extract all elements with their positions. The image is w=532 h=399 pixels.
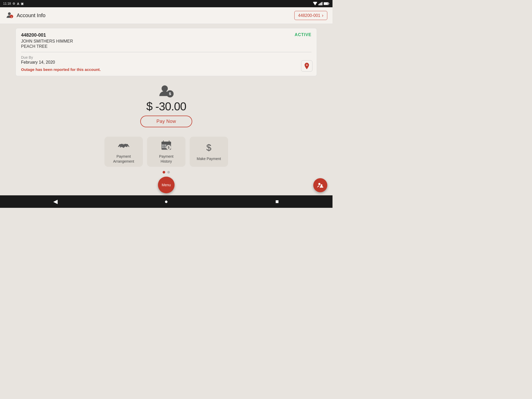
page-title: Account Info (17, 12, 45, 18)
account-status: ACTIVE (295, 32, 311, 37)
wifi-icon (313, 2, 317, 5)
a-icon: A (17, 2, 19, 6)
chevron-right-icon: › (322, 13, 323, 18)
main-content: 448200-001 ACTIVE JOHN SMITHERS HIMMER P… (0, 24, 332, 197)
due-date: February 14, 2020 (21, 60, 311, 65)
account-badge-number: 448200-001 (298, 13, 320, 18)
settings-icon: ⚙ (12, 2, 15, 5)
svg-rect-2 (321, 3, 321, 5)
status-right (313, 2, 329, 5)
svg-rect-5 (324, 3, 328, 5)
svg-rect-1 (320, 3, 320, 5)
account-name: JOHN SMITHERS HIMMER (21, 39, 311, 44)
signal-icon (318, 2, 323, 5)
time-display: 11:18 (3, 2, 11, 5)
sim-icon: ▣ (21, 2, 24, 5)
account-person-icon: i (5, 11, 14, 20)
bottom-nav: ◀ ● ■ (0, 195, 332, 208)
make-payment-button[interactable]: $ Make Payment (190, 137, 228, 167)
svg-text:i: i (11, 16, 12, 18)
outage-notice: Outage has been reported for this accoun… (21, 67, 311, 72)
make-payment-label: Make Payment (197, 156, 221, 161)
svg-rect-18 (162, 147, 164, 148)
svg-rect-17 (164, 145, 166, 146)
svg-point-26 (321, 184, 322, 186)
balance-amount: $ -30.00 (146, 100, 186, 113)
account-card: 448200-001 ACTIVE JOHN SMITHERS HIMMER P… (16, 28, 317, 76)
header: i Account Info 448200-001 › (0, 7, 332, 24)
pagination-dots (163, 171, 170, 174)
account-badge[interactable]: 448200-001 › (294, 11, 327, 20)
actions-row: PaymentArrangement $ PaymentHistory (104, 137, 228, 167)
payment-history-label: PaymentHistory (159, 154, 173, 163)
dollar-sign-icon: $ (203, 142, 215, 154)
svg-point-11 (162, 85, 168, 92)
payment-arrangement-button[interactable]: PaymentArrangement (104, 137, 143, 167)
due-by-label: Due By (21, 55, 311, 59)
balance-section: $ $ -30.00 Pay Now (140, 84, 192, 127)
svg-text:$: $ (206, 142, 211, 152)
svg-rect-0 (318, 4, 319, 5)
contact-fab[interactable] (313, 178, 327, 192)
outage-map-icon[interactable] (301, 60, 312, 72)
header-left: i Account Info (5, 11, 45, 20)
svg-rect-3 (322, 2, 322, 5)
card-divider (21, 52, 311, 52)
svg-text:$: $ (169, 91, 171, 96)
account-location: PEACH TREE (21, 44, 311, 49)
menu-button[interactable]: Menu (158, 177, 175, 193)
payment-history-button[interactable]: $ PaymentHistory (147, 137, 185, 167)
svg-rect-16 (162, 145, 164, 146)
pay-now-button[interactable]: Pay Now (140, 116, 192, 127)
status-left: 11:18 ⚙ A ▣ (3, 2, 24, 6)
battery-icon (324, 2, 329, 5)
pagination-dot-1 (163, 171, 165, 174)
balance-person-icon: $ (158, 84, 174, 99)
back-button[interactable]: ◀ (48, 196, 63, 207)
svg-text:$: $ (168, 145, 170, 149)
handshake-icon (118, 140, 129, 152)
svg-rect-6 (329, 3, 329, 4)
svg-point-7 (8, 12, 11, 15)
svg-rect-15 (162, 142, 171, 144)
svg-point-25 (318, 183, 320, 185)
payment-arrangement-label: PaymentArrangement (113, 154, 134, 163)
svg-rect-19 (164, 147, 166, 148)
status-bar: 11:18 ⚙ A ▣ (0, 0, 332, 7)
home-button[interactable]: ● (158, 196, 174, 207)
recents-button[interactable]: ■ (269, 196, 285, 207)
pagination-dot-2 (167, 171, 170, 174)
account-number: 448200-001 (21, 32, 311, 38)
calendar-dollar-icon: $ (161, 140, 172, 152)
